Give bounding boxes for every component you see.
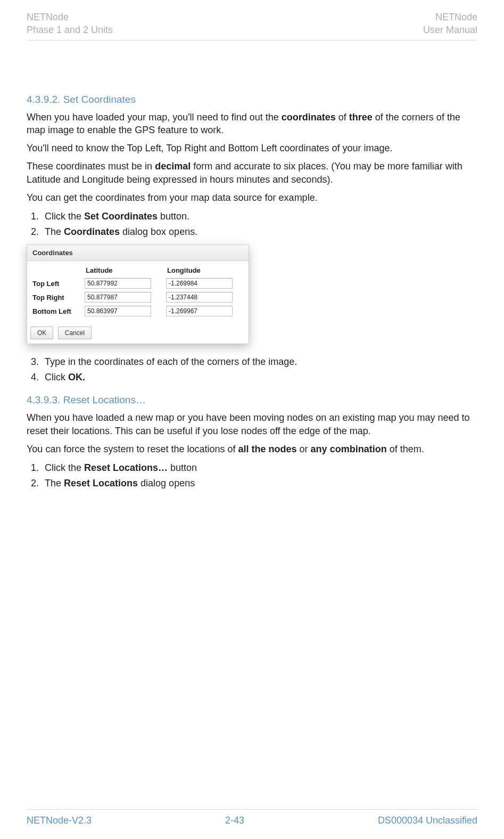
dialog-title: Coordinates xyxy=(27,245,249,261)
text: Click the xyxy=(45,211,84,222)
ordered-list: Click the Set Coordinates button. The Co… xyxy=(27,209,477,239)
header-right: NETNode User Manual xyxy=(423,11,477,37)
list-item: The Reset Locations dialog opens xyxy=(42,476,477,491)
latitude-header: Latitude xyxy=(82,264,164,276)
table-row: Top Right xyxy=(30,290,245,304)
header-left-line1: NETNode xyxy=(27,11,113,23)
ordered-list: Type in the coordinates of each of the c… xyxy=(27,355,477,385)
top-left-lon-input[interactable] xyxy=(166,278,233,289)
paragraph: You can force the system to reset the lo… xyxy=(27,443,477,455)
text: The xyxy=(45,226,64,237)
bold-text: Reset Locations xyxy=(64,478,138,488)
row-label-top-left: Top Left xyxy=(30,276,82,290)
footer-left: NETNode-V2.3 xyxy=(27,815,92,826)
text: dialog box opens. xyxy=(120,226,197,237)
bold-text: any combination xyxy=(311,444,387,454)
text: Click the xyxy=(45,462,84,473)
section-title-set-coordinates: 4.3.9.2. Set Coordinates xyxy=(27,94,477,105)
list-item: Click the Reset Locations… button xyxy=(42,461,477,475)
ok-button[interactable]: OK xyxy=(30,327,53,339)
text: of xyxy=(336,112,349,123)
cancel-button[interactable]: Cancel xyxy=(58,327,92,339)
bottom-left-lat-input[interactable] xyxy=(85,306,151,316)
bold-text: Set Coordinates xyxy=(84,211,158,222)
list-item: The Coordinates dialog box opens. xyxy=(42,225,477,239)
text: You can force the system to reset the lo… xyxy=(27,444,238,454)
dialog-body: Latitude Longitude Top Left Top Right Bo… xyxy=(27,261,249,323)
bold-text: Coordinates xyxy=(64,226,120,237)
paragraph: You can get the coordinates from your ma… xyxy=(27,191,477,204)
top-right-lon-input[interactable] xyxy=(166,292,233,303)
paragraph: You'll need to know the Top Left, Top Ri… xyxy=(27,142,477,154)
text: button xyxy=(168,462,197,473)
coordinates-table: Latitude Longitude Top Left Top Right Bo… xyxy=(30,264,245,318)
footer-center: 2-43 xyxy=(225,815,244,826)
header-right-line1: NETNode xyxy=(423,11,477,23)
bold-text: three xyxy=(349,112,373,123)
row-label-top-right: Top Right xyxy=(30,290,82,304)
page-header: NETNode Phase 1 and 2 Units NETNode User… xyxy=(27,11,477,40)
section-title-reset-locations: 4.3.9.3. Reset Locations… xyxy=(27,394,477,406)
text: When you have loaded your map, you'll ne… xyxy=(27,112,282,123)
text: of them. xyxy=(387,444,424,454)
bold-text: coordinates xyxy=(282,112,336,123)
header-left: NETNode Phase 1 and 2 Units xyxy=(27,11,113,37)
paragraph: When you have loaded a new map or you ha… xyxy=(27,411,477,437)
bold-text: OK. xyxy=(68,372,85,382)
footer-right: DS000034 Unclassified xyxy=(378,815,477,826)
top-left-lat-input[interactable] xyxy=(85,278,151,289)
bold-text: Reset Locations… xyxy=(84,462,168,473)
text: or xyxy=(297,444,311,454)
text: The xyxy=(45,478,64,488)
text: These coordinates must be in xyxy=(27,161,155,172)
bold-text: decimal xyxy=(155,161,191,172)
text: button. xyxy=(158,211,189,222)
longitude-header: Longitude xyxy=(164,264,245,276)
table-row: Bottom Left xyxy=(30,304,245,318)
bold-text: all the nodes xyxy=(238,444,297,454)
table-header-row: Latitude Longitude xyxy=(30,264,245,276)
coordinates-dialog: Coordinates Latitude Longitude Top Left … xyxy=(27,245,249,344)
list-item: Type in the coordinates of each of the c… xyxy=(42,355,477,369)
list-item: Click OK. xyxy=(42,370,477,385)
list-item: Click the Set Coordinates button. xyxy=(42,209,477,224)
paragraph: When you have loaded your map, you'll ne… xyxy=(27,111,477,137)
row-label-bottom-left: Bottom Left xyxy=(30,304,82,318)
page-footer: NETNode-V2.3 2-43 DS000034 Unclassified xyxy=(27,809,477,826)
text: Click xyxy=(45,372,68,382)
table-row: Top Left xyxy=(30,276,245,290)
header-left-line2: Phase 1 and 2 Units xyxy=(27,23,113,36)
top-right-lat-input[interactable] xyxy=(85,292,151,303)
paragraph: These coordinates must be in decimal for… xyxy=(27,160,477,186)
bottom-left-lon-input[interactable] xyxy=(166,306,233,316)
dialog-button-row: OK Cancel xyxy=(27,323,249,344)
ordered-list: Click the Reset Locations… button The Re… xyxy=(27,461,477,491)
header-right-line2: User Manual xyxy=(423,23,477,36)
text: dialog opens xyxy=(138,478,195,488)
